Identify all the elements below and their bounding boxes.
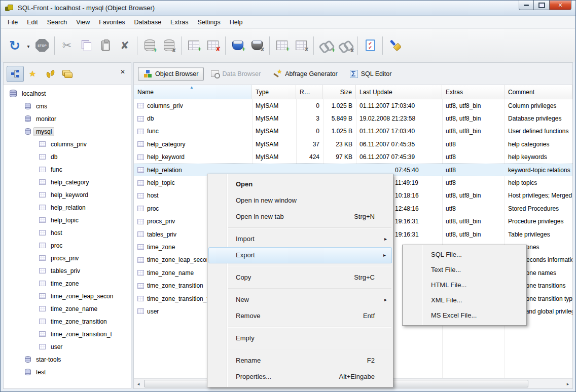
menubar-item[interactable]: Database (130, 17, 166, 27)
drop-foreign-key-button[interactable] (336, 34, 355, 57)
context-menu-item[interactable]: Empty (207, 330, 393, 346)
submenu-item[interactable]: XML File... (403, 293, 526, 308)
menubar-item[interactable]: Favorites (94, 17, 129, 27)
column-header-name[interactable]: Name (134, 85, 252, 99)
tree-item[interactable]: help_topic (4, 214, 131, 226)
sidebar-close-button[interactable] (118, 67, 128, 77)
add-index-button[interactable] (228, 34, 247, 57)
minimize-button[interactable] (519, 1, 534, 10)
drop-field-button[interactable] (292, 34, 311, 57)
menubar: FileEditSearchViewFavoritesDatabaseExtra… (1, 16, 575, 29)
add-foreign-key-button[interactable] (316, 34, 336, 57)
folders-button[interactable] (58, 66, 76, 82)
tree-item[interactable]: procs_priv (4, 252, 131, 264)
drop-index-button[interactable] (247, 34, 267, 57)
column-header-records[interactable]: R… (296, 85, 323, 99)
column-header-size[interactable]: Size (323, 85, 356, 99)
context-menu-item[interactable]: Import (207, 231, 393, 247)
submenu-item[interactable]: SQL File... (403, 247, 526, 262)
tree-item[interactable]: help_category (4, 176, 131, 188)
tab-data-browser[interactable]: Data Browser (206, 68, 266, 80)
tree-item[interactable]: localhost (4, 87, 131, 100)
context-menu-item[interactable]: Properties... Alt+Eingabe (207, 369, 393, 385)
tree-item[interactable]: monitor (4, 112, 131, 125)
menubar-item[interactable]: View (71, 17, 94, 27)
tree-item[interactable]: help_relation (4, 201, 131, 214)
tree-item[interactable]: star-tools (4, 353, 131, 366)
tree-item[interactable]: test (4, 366, 131, 378)
tree-item[interactable]: columns_priv (4, 138, 131, 150)
column-header-type[interactable]: Type (252, 85, 296, 99)
tree-item[interactable]: cms (4, 100, 131, 112)
tree-item[interactable]: help_keyword (4, 188, 131, 201)
menu-item-label: MS Excel File... (431, 311, 477, 319)
context-menu-item[interactable]: Open in new tab Strg+N (207, 209, 393, 225)
menubar-item[interactable]: Search (43, 17, 72, 27)
titlebar[interactable]: SQL-Front - localhost - mysql (Object Br… (1, 1, 575, 16)
table-row[interactable]: help_keyword MyISAM 424 97 KB 06.11.2007… (134, 151, 572, 164)
tree-item[interactable]: user (4, 340, 131, 353)
menubar-item[interactable]: Edit (22, 17, 43, 27)
context-menu-item[interactable]: Open (207, 176, 393, 192)
flush-button[interactable] (385, 34, 405, 57)
tree-item-icon (39, 344, 46, 349)
menubar-item[interactable]: Extras (166, 17, 193, 27)
context-menu-item[interactable]: Open in new window (207, 192, 393, 209)
menu-item-label: Export (236, 251, 255, 259)
drop-table-button[interactable] (203, 34, 223, 57)
tree-item[interactable]: db (4, 150, 131, 163)
tree-item[interactable]: host (4, 226, 131, 239)
copy-button[interactable] (77, 34, 96, 57)
menubar-item[interactable]: File (3, 17, 22, 27)
tree-item[interactable]: time_zone (4, 277, 131, 290)
cut-button[interactable] (57, 34, 77, 57)
tree-item[interactable]: time_zone_leap_secon (4, 290, 131, 302)
tab-object-browser[interactable]: Object Browser (138, 67, 204, 81)
context-menu-item[interactable]: Rename F2 (207, 352, 393, 369)
scroll-right-arrow-icon[interactable] (563, 379, 572, 388)
refresh-dropdown-button[interactable] (24, 34, 32, 57)
table-row[interactable]: func MyISAM 0 1.025 B 01.11.2007 17:03:4… (134, 125, 572, 138)
stop-button[interactable] (32, 34, 52, 57)
tree-item[interactable]: tables_priv (4, 264, 131, 277)
menubar-item[interactable]: Settings (193, 17, 225, 27)
tab-sql-editor[interactable]: SQL Editor (345, 67, 397, 81)
column-header-extras[interactable]: Extras (442, 85, 505, 99)
check-tables-button[interactable] (361, 34, 380, 57)
add-database-button[interactable] (140, 34, 159, 57)
context-menu-item[interactable]: Export (208, 247, 392, 263)
tree-item[interactable]: time_zone_name (4, 302, 131, 315)
refresh-button[interactable] (5, 34, 24, 57)
history-button[interactable] (41, 66, 58, 82)
tree-view-button[interactable] (7, 66, 24, 82)
paste-button[interactable] (96, 34, 115, 57)
tree-item[interactable]: time_zone_transition_t (4, 328, 131, 340)
add-table-button[interactable] (184, 34, 203, 57)
favorites-button[interactable] (24, 66, 41, 82)
maximize-button[interactable] (534, 1, 549, 10)
tree-item[interactable]: mysql (4, 125, 131, 138)
table-row[interactable]: db MyISAM 3 5.849 B 19.02.2008 21:23:58 … (134, 112, 572, 125)
column-header-comment[interactable]: Comment (505, 85, 572, 99)
tree-item[interactable]: proc (4, 239, 131, 252)
cell-extras: utf8 (442, 205, 505, 212)
menubar-item[interactable]: Help (225, 17, 247, 27)
scroll-left-arrow-icon[interactable] (134, 379, 143, 388)
context-menu-item[interactable]: Remove Entf (207, 308, 393, 324)
tree-item[interactable]: time_zone_transition (4, 315, 131, 328)
submenu-item[interactable]: MS Excel File... (403, 308, 526, 323)
context-menu-item[interactable]: Copy Strg+C (207, 269, 393, 286)
add-field-button[interactable] (272, 34, 292, 57)
table-row[interactable]: help_category MyISAM 37 23 KB 06.11.2007… (134, 138, 572, 150)
drop-database-button[interactable] (159, 34, 178, 57)
table-row[interactable]: columns_priv MyISAM 0 1.025 B 01.11.2007… (134, 99, 572, 112)
submenu-item[interactable]: HTML File... (403, 278, 526, 293)
tree-item[interactable]: func (4, 163, 131, 176)
submenu-arrow-icon (384, 292, 387, 308)
close-button[interactable] (549, 1, 571, 10)
context-menu-item[interactable]: New (207, 292, 393, 308)
tab-query-generator[interactable]: Abfrage Generator (268, 67, 343, 81)
submenu-item[interactable]: Text File... (403, 262, 526, 278)
delete-button[interactable] (115, 34, 134, 57)
column-header-last-update[interactable]: Last Update (356, 85, 442, 99)
